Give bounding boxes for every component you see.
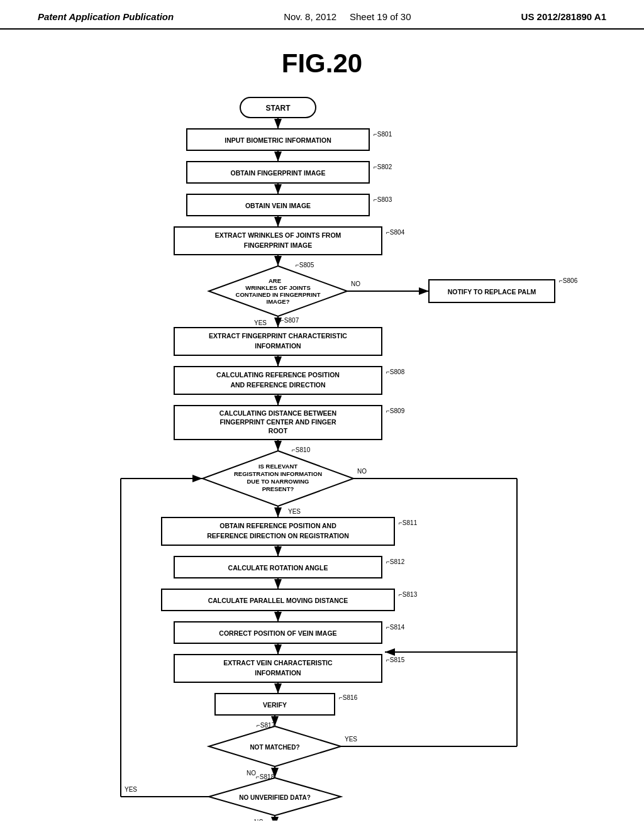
svg-text:⌐S811: ⌐S811 (399, 519, 418, 526)
svg-text:FINGERPRINT CENTER AND FINGER: FINGERPRINT CENTER AND FINGER (219, 418, 336, 426)
header-sheet: Sheet 19 of 30 (350, 11, 411, 22)
svg-text:CALCULATING REFERENCE POSITION: CALCULATING REFERENCE POSITION (216, 371, 340, 379)
svg-text:⌐S806: ⌐S806 (559, 277, 578, 284)
page-header: Patent Application Publication Nov. 8, 2… (0, 0, 644, 30)
svg-text:⌐S813: ⌐S813 (399, 591, 418, 598)
flowchart: START INPUT BIOMETRIC INFORMATION ⌐S801 … (64, 91, 580, 821)
svg-text:OBTAIN FINGERPRINT IMAGE: OBTAIN FINGERPRINT IMAGE (231, 169, 326, 177)
svg-text:IS RELEVANT: IS RELEVANT (258, 463, 297, 470)
svg-text:EXTRACT VEIN CHARACTERISTIC: EXTRACT VEIN CHARACTERISTIC (223, 659, 333, 667)
svg-text:FINGERPRINT IMAGE: FINGERPRINT IMAGE (244, 241, 313, 249)
svg-text:⌐S807: ⌐S807 (280, 317, 299, 324)
svg-text:ROOT: ROOT (269, 427, 288, 434)
svg-text:REGISTRATION INFORMATION: REGISTRATION INFORMATION (234, 470, 322, 477)
svg-text:IMAGE?: IMAGE? (267, 298, 290, 305)
svg-text:REFERENCE DIRECTION ON REGISTR: REFERENCE DIRECTION ON REGISTRATION (207, 532, 349, 540)
svg-text:⌐S804: ⌐S804 (386, 229, 405, 236)
svg-text:OBTAIN VEIN IMAGE: OBTAIN VEIN IMAGE (245, 202, 311, 209)
svg-text:NO: NO (254, 819, 264, 821)
svg-text:YES: YES (254, 319, 267, 326)
svg-text:⌐S805: ⌐S805 (296, 262, 314, 268)
svg-text:⌐S802: ⌐S802 (374, 163, 392, 170)
svg-text:⌐S818: ⌐S818 (256, 773, 275, 780)
svg-text:CALCULATE PARALLEL MOVING DIST: CALCULATE PARALLEL MOVING DISTANCE (208, 597, 348, 604)
svg-text:YES: YES (288, 508, 301, 515)
svg-text:WRINKLES OF JOINTS: WRINKLES OF JOINTS (245, 284, 310, 291)
svg-text:⌐S801: ⌐S801 (374, 131, 392, 138)
svg-text:⌐S812: ⌐S812 (386, 558, 405, 565)
svg-text:ARE: ARE (269, 277, 281, 284)
svg-text:INFORMATION: INFORMATION (255, 669, 301, 677)
svg-text:EXTRACT WRINKLES OF JOINTS FRO: EXTRACT WRINKLES OF JOINTS FROM (215, 231, 341, 239)
svg-text:START: START (265, 104, 291, 113)
svg-text:DUE TO NARROWING: DUE TO NARROWING (247, 478, 309, 485)
svg-text:CALCULATING DISTANCE BETWEEN: CALCULATING DISTANCE BETWEEN (219, 409, 336, 417)
svg-text:VERIFY: VERIFY (263, 701, 287, 709)
header-publication-label: Patent Application Publication (38, 11, 174, 22)
svg-text:INFORMATION: INFORMATION (255, 342, 301, 350)
svg-text:CONTAINED IN FINGERPRINT: CONTAINED IN FINGERPRINT (236, 291, 321, 298)
svg-text:⌐S817: ⌐S817 (257, 722, 275, 729)
svg-text:INPUT BIOMETRIC INFORMATION: INPUT BIOMETRIC INFORMATION (225, 136, 331, 144)
svg-text:NO: NO (351, 280, 360, 287)
svg-text:EXTRACT FINGERPRINT CHARACTERI: EXTRACT FINGERPRINT CHARACTERISTIC (209, 332, 347, 340)
svg-text:NOT MATCHED?: NOT MATCHED? (250, 744, 299, 751)
svg-text:OBTAIN REFERENCE POSITION AND: OBTAIN REFERENCE POSITION AND (219, 522, 336, 529)
svg-text:YES: YES (125, 786, 137, 793)
svg-text:AND REFERENCE DIRECTION: AND REFERENCE DIRECTION (230, 381, 325, 389)
header-patent-number: US 2012/281890 A1 (521, 11, 606, 22)
svg-text:CALCULATE ROTATION ANGLE: CALCULATE ROTATION ANGLE (228, 564, 328, 572)
svg-text:NOTIFY TO REPLACE PALM: NOTIFY TO REPLACE PALM (448, 288, 536, 296)
svg-text:YES: YES (345, 736, 357, 743)
svg-text:NO: NO (357, 468, 367, 475)
figure-title: FIG.20 (282, 48, 362, 79)
svg-text:⌐S816: ⌐S816 (339, 694, 358, 701)
main-content: FIG.20 START INPUT BIOMETRIC INFORMATION… (0, 30, 644, 830)
svg-text:NO UNVERIFIED DATA?: NO UNVERIFIED DATA? (239, 794, 311, 801)
svg-text:PRESENT?: PRESENT? (262, 485, 294, 492)
svg-text:⌐S803: ⌐S803 (374, 196, 392, 203)
svg-text:⌐S808: ⌐S808 (386, 368, 405, 375)
svg-text:⌐S815: ⌐S815 (386, 656, 405, 663)
svg-text:⌐S814: ⌐S814 (386, 624, 405, 631)
header-date-sheet: Nov. 8, 2012 Sheet 19 of 30 (284, 11, 411, 22)
svg-text:NO: NO (247, 770, 256, 777)
svg-text:⌐S809: ⌐S809 (386, 407, 405, 414)
header-date: Nov. 8, 2012 (284, 11, 336, 22)
svg-text:CORRECT POSITION OF VEIN IMAGE: CORRECT POSITION OF VEIN IMAGE (219, 629, 336, 637)
svg-text:⌐S810: ⌐S810 (292, 446, 311, 453)
